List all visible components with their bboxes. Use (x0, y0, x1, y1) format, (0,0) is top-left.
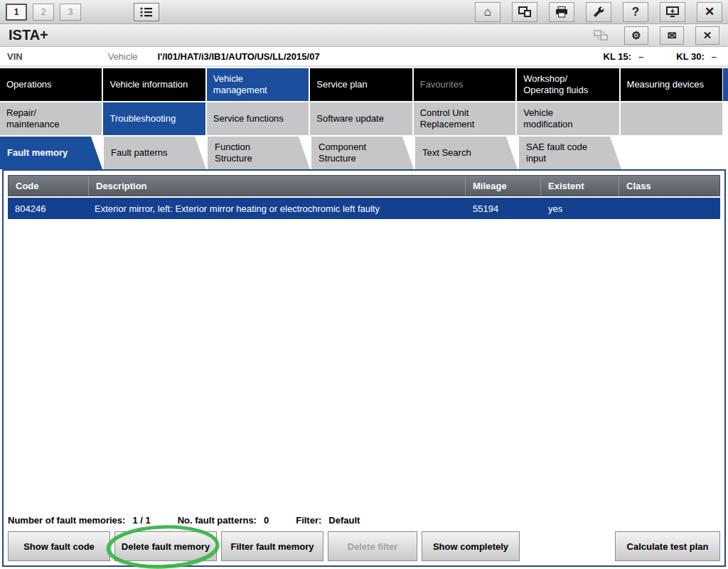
kl30-value: – (712, 51, 717, 62)
operations-list-button[interactable] (134, 3, 159, 21)
cell-mileage: 55194 (466, 198, 541, 219)
identification-button[interactable] (512, 2, 537, 22)
envelope-icon: ✉ (668, 29, 677, 42)
tab-text-search[interactable]: Text Search (415, 137, 518, 169)
vehicle-info-bar: VIN Vehicle I'/I01/HAT/i3/IB1/AUTO/US/LL… (0, 47, 728, 67)
data-transfer-button[interactable] (589, 26, 613, 45)
nav-software-update[interactable]: Software update (310, 102, 412, 135)
top-toolbar: 1 2 3 ⌂ (0, 0, 728, 24)
close-icon: ✕ (705, 4, 714, 19)
fault-patterns-label: No. fault patterns: (178, 515, 257, 526)
vin-label: VIN (7, 51, 23, 62)
messages-button[interactable]: ✉ (660, 26, 684, 45)
nav-control-unit-replacement[interactable]: Control Unit Replacement (414, 102, 515, 135)
workspace-tab-1[interactable]: 1 (6, 4, 27, 21)
filter-value: Default (328, 515, 360, 526)
workspace-tab-2[interactable]: 2 (33, 4, 54, 21)
filter-label: Filter: (296, 515, 321, 526)
toolbar-right-icons: ⌂ ? (475, 2, 722, 22)
fault-memories-label: Number of fault memories: (8, 515, 125, 526)
vehicle-value: I'/I01/HAT/i3/IB1/AUTO/US/LL/2015/07 (158, 51, 320, 62)
column-header-mileage[interactable]: Mileage (465, 176, 540, 196)
nav-workshop-operating-fluids[interactable]: Workshop/ Operating fluids (517, 68, 619, 101)
vehicle-label: Vehicle (108, 51, 138, 62)
print-button[interactable] (549, 2, 574, 22)
identification-icon (518, 6, 531, 18)
kl30-label: KL 30: (676, 51, 705, 62)
tab-fault-patterns[interactable]: Fault patterns (104, 137, 206, 169)
cell-existent: yes (541, 198, 619, 219)
kl15-label: KL 15: (604, 51, 632, 62)
gear-icon: ⚙ (631, 29, 641, 42)
workspace-tab-3[interactable]: 3 (60, 4, 81, 21)
column-header-class[interactable]: Class (619, 176, 719, 196)
title-bar: ISTA+ ⚙ ✉ ✕ (0, 24, 728, 47)
nav-service-plan[interactable]: Service plan (310, 68, 412, 101)
nav-vehicle-management[interactable]: Vehicle management (207, 68, 309, 101)
primary-nav: Operations Vehicle information Vehicle m… (0, 68, 728, 101)
delete-filter-button: Delete filter (328, 531, 417, 561)
nav-empty-cell (621, 102, 722, 135)
nav-vehicle-modification[interactable]: Vehicle modification (517, 102, 619, 135)
fault-table-header: Code Description Mileage Existent Class (8, 175, 720, 196)
table-empty-area (8, 219, 720, 511)
nav-repair-maintenance[interactable]: Repair/ maintenance (0, 102, 102, 135)
show-fault-code-button[interactable]: Show fault code (8, 531, 110, 561)
cell-class (619, 198, 720, 219)
tab-fault-memory[interactable]: Fault memory (0, 137, 102, 169)
settings-button[interactable]: ⚙ (624, 26, 648, 45)
cell-code: 804246 (8, 198, 87, 219)
delete-fault-memory-button[interactable]: Delete fault memory (114, 531, 217, 561)
fault-memory-panel: Code Description Mileage Existent Class … (2, 169, 726, 567)
ista-application-window: 1 2 3 ⌂ (0, 0, 728, 569)
tab-function-structure[interactable]: Function Structure (208, 137, 310, 169)
nav-vehicle-information[interactable]: Vehicle information (103, 68, 205, 101)
help-button[interactable]: ? (623, 2, 648, 22)
nav-measuring-devices[interactable]: Measuring devices (621, 68, 722, 101)
home-button[interactable]: ⌂ (475, 2, 500, 22)
kl15-value: – (638, 51, 643, 62)
troubleshooting-tabs: Fault memory Fault patterns Function Str… (0, 137, 728, 169)
cell-description: Exterior mirror, left: Exterior mirror h… (87, 198, 466, 219)
close-session-button[interactable]: ✕ (695, 26, 719, 45)
column-header-code[interactable]: Code (9, 176, 88, 196)
nav-troubleshooting[interactable]: Troubleshooting (103, 102, 205, 135)
titlebar-right-icons: ⚙ ✉ ✕ (589, 26, 719, 45)
page-title: ISTA+ (9, 27, 48, 43)
wrench-icon (592, 6, 605, 18)
terminal-status-group: KL 15: – KL 30: – (604, 51, 721, 62)
calculate-test-plan-button[interactable]: Calculate test plan (615, 531, 720, 561)
nav-scroll-indicator (723, 68, 728, 101)
tab-sae-fault-code-input[interactable]: SAE fault code input (519, 137, 621, 169)
nav-operations[interactable]: Operations (0, 68, 102, 101)
tools-button[interactable] (586, 2, 611, 22)
status-bar: Number of fault memories: 1 / 1 No. faul… (8, 511, 720, 528)
display-button[interactable] (660, 2, 685, 22)
column-header-description[interactable]: Description (88, 176, 465, 196)
close-icon: ✕ (703, 29, 712, 42)
action-button-row: Show fault code Delete fault memory Filt… (8, 531, 720, 561)
column-header-existent[interactable]: Existent (540, 176, 619, 196)
show-completely-button[interactable]: Show completely (422, 531, 520, 561)
tab-component-structure[interactable]: Component Structure (311, 137, 414, 169)
close-application-button[interactable]: ✕ (697, 2, 722, 22)
nav-service-functions[interactable]: Service functions (207, 102, 309, 135)
display-icon (666, 6, 679, 18)
data-transfer-icon (594, 30, 608, 41)
secondary-nav: Repair/ maintenance Troubleshooting Serv… (0, 102, 728, 135)
printer-icon (555, 6, 568, 18)
table-row-selected[interactable]: 804246 Exterior mirror, left: Exterior m… (8, 198, 720, 219)
list-icon (139, 6, 154, 18)
help-icon: ? (632, 5, 639, 19)
home-icon: ⌂ (484, 5, 491, 19)
filter-fault-memory-button[interactable]: Filter fault memory (221, 531, 323, 561)
fault-memories-value: 1 / 1 (132, 515, 150, 526)
fault-patterns-value: 0 (264, 515, 269, 526)
nav-favourites: Favourites (414, 68, 515, 101)
